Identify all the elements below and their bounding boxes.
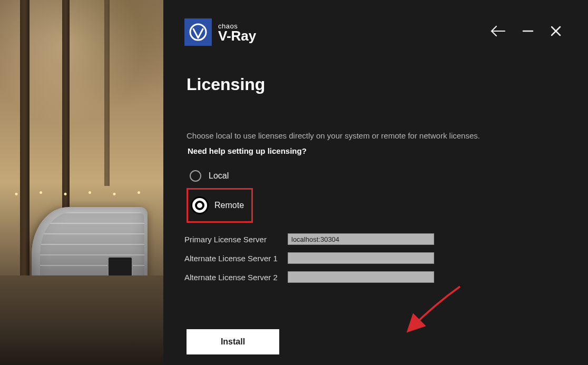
back-icon[interactable] [490, 25, 506, 40]
primary-server-label: Primary License Server [184, 235, 278, 244]
alt2-server-input[interactable] [288, 271, 434, 283]
install-button-label: Install [221, 337, 245, 347]
radio-remote[interactable]: Remote [190, 195, 247, 216]
radio-icon [192, 198, 207, 213]
main-content: chaos V-Ray [163, 0, 588, 365]
install-button[interactable]: Install [187, 329, 279, 354]
radio-remote-label: Remote [214, 201, 244, 210]
brand: chaos V-Ray [184, 18, 256, 46]
alt1-server-row: Alternate License Server 1 [184, 252, 562, 264]
primary-server-input[interactable] [288, 233, 434, 245]
close-icon[interactable] [550, 25, 562, 39]
page-description: Choose local to use licenses directly on… [187, 131, 562, 140]
vray-logo-icon [184, 18, 212, 46]
help-link[interactable]: Need help setting up licensing? [188, 146, 562, 155]
radio-local[interactable]: Local [188, 167, 562, 185]
alt1-server-label: Alternate License Server 1 [184, 254, 278, 263]
server-fields: Primary License Server Alternate License… [184, 233, 562, 283]
annotation-highlight-box: Remote [187, 188, 253, 223]
alt2-server-label: Alternate License Server 2 [184, 273, 278, 282]
brand-product: V-Ray [218, 29, 256, 43]
window-controls [490, 25, 562, 40]
annotation-arrow-icon [403, 283, 466, 336]
header: chaos V-Ray [184, 18, 562, 46]
radio-local-label: Local [209, 171, 229, 181]
license-mode-radio-group: Local Remote [188, 167, 562, 223]
minimize-icon[interactable] [522, 25, 534, 40]
alt2-server-row: Alternate License Server 2 [184, 271, 562, 283]
primary-server-row: Primary License Server [184, 233, 562, 245]
page-title: Licensing [187, 75, 562, 94]
hero-image [0, 0, 163, 365]
alt1-server-input[interactable] [288, 252, 434, 264]
radio-icon [190, 170, 201, 182]
